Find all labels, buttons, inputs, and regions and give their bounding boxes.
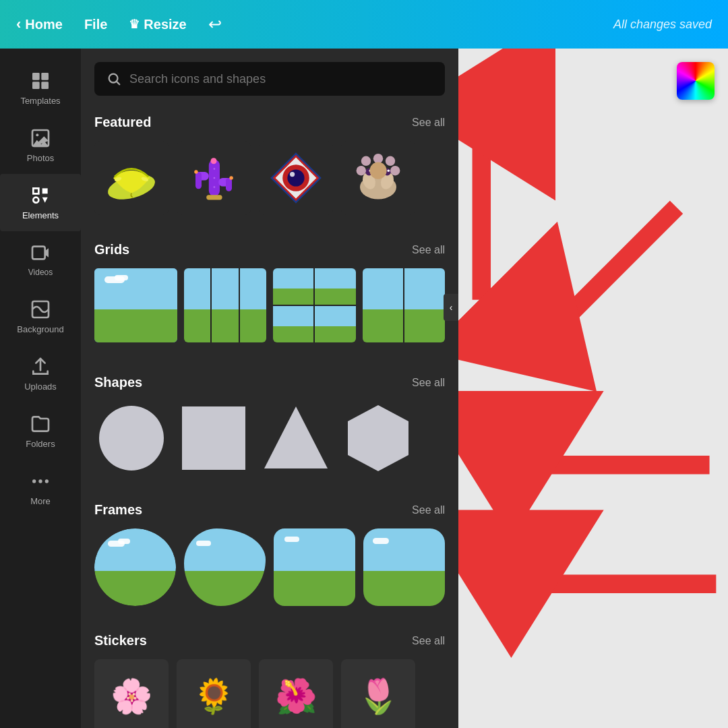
sidebar-item-templates[interactable]: Templates — [0, 59, 81, 117]
autosave-status: All changes saved — [613, 18, 712, 32]
circle-shape-icon — [94, 401, 169, 475]
file-label: File — [84, 17, 107, 32]
sidebar: Templates Photos Elements — [0, 49, 81, 728]
frames-header: Frames See all — [94, 502, 445, 518]
grid-item-2[interactable] — [184, 268, 267, 342]
more-label: More — [30, 496, 51, 506]
grid-item-1[interactable] — [94, 268, 177, 342]
sidebar-item-uploads[interactable]: Uploads — [0, 345, 81, 402]
featured-item-cactus[interactable] — [177, 141, 251, 215]
svg-point-50 — [99, 406, 164, 471]
frames-title: Frames — [94, 502, 142, 518]
sticker-item-2[interactable]: 🌻 — [177, 659, 251, 728]
sidebar-item-background[interactable]: Background — [0, 288, 81, 345]
more-icon — [30, 471, 51, 492]
svg-point-44 — [361, 156, 371, 166]
grids-header: Grids See all — [94, 242, 445, 257]
frames-section: Frames See all — [81, 491, 458, 622]
home-button[interactable]: ‹ Home — [16, 16, 63, 33]
svg-rect-24 — [226, 178, 232, 191]
grid-item-4[interactable] — [363, 268, 446, 342]
svg-rect-25 — [206, 195, 222, 200]
shapes-header: Shapes See all — [94, 375, 445, 390]
grids-see-all[interactable]: See all — [412, 244, 445, 256]
search-icon — [107, 71, 121, 86]
svg-point-5 — [36, 133, 38, 136]
sidebar-item-folders[interactable]: Folders — [0, 402, 81, 460]
shape-square[interactable] — [177, 401, 251, 475]
shape-triangle[interactable] — [259, 401, 333, 475]
topbar: ‹ Home File ♛ Resize ↩ All changes saved — [0, 0, 728, 49]
featured-see-all[interactable]: See all — [412, 117, 445, 129]
svg-point-29 — [214, 168, 216, 170]
back-icon: ‹ — [16, 16, 21, 33]
svg-point-28 — [229, 176, 233, 179]
svg-line-16 — [117, 82, 119, 84]
svg-rect-23 — [195, 172, 202, 189]
grids-row — [94, 268, 445, 342]
sticker-item-4[interactable]: 🌷 — [341, 659, 415, 728]
annotation-arrows — [458, 49, 728, 728]
shapes-see-all[interactable]: See all — [412, 377, 445, 389]
sidebar-item-more[interactable]: More — [0, 460, 81, 517]
canvas-area — [458, 49, 728, 728]
sticker-item-1[interactable]: 🌸 — [94, 659, 169, 728]
grid-item-3[interactable] — [273, 268, 356, 342]
hexagon-shape-icon — [341, 401, 415, 475]
stickers-header: Stickers See all — [94, 633, 445, 648]
sidebar-item-photos[interactable]: Photos — [0, 117, 81, 174]
sticker-item-3[interactable]: 🌺 — [259, 659, 333, 728]
folders-label: Folders — [26, 439, 55, 449]
svg-point-30 — [214, 177, 216, 179]
svg-point-49 — [369, 162, 386, 179]
videos-icon — [30, 242, 51, 264]
file-button[interactable]: File — [84, 17, 107, 32]
templates-label: Templates — [20, 96, 60, 106]
shape-circle[interactable] — [94, 401, 169, 475]
shapes-row — [94, 401, 445, 475]
svg-rect-3 — [41, 82, 49, 89]
sidebar-item-videos[interactable]: Videos — [0, 231, 81, 288]
undo-button[interactable]: ↩ — [208, 15, 222, 34]
color-wheel-icon[interactable] — [677, 62, 715, 100]
featured-item-eye-diamond[interactable] — [259, 141, 333, 215]
folders-icon — [30, 413, 51, 435]
photos-icon — [30, 127, 51, 149]
svg-point-13 — [38, 479, 42, 483]
crown-icon: ♛ — [129, 17, 140, 32]
svg-point-47 — [357, 166, 366, 175]
featured-item-banana[interactable] — [94, 141, 169, 215]
frame-item-rounded2[interactable] — [363, 528, 445, 606]
search-bar — [94, 62, 445, 96]
svg-point-12 — [32, 479, 36, 483]
collapse-panel-button[interactable]: ‹ — [444, 294, 458, 321]
svg-point-31 — [214, 186, 216, 188]
svg-marker-52 — [264, 406, 328, 468]
photos-label: Photos — [27, 153, 54, 163]
elements-icon — [30, 185, 51, 206]
featured-item-flower[interactable] — [341, 141, 415, 215]
svg-rect-9 — [32, 247, 45, 260]
triangle-shape-icon — [259, 401, 333, 475]
search-input[interactable] — [129, 72, 433, 86]
svg-point-35 — [287, 169, 304, 186]
svg-rect-1 — [41, 73, 49, 80]
svg-marker-8 — [42, 198, 48, 203]
featured-title: Featured — [94, 115, 151, 130]
stickers-see-all[interactable]: See all — [412, 635, 445, 647]
frames-see-all[interactable]: See all — [412, 504, 445, 516]
uploads-label: Uploads — [24, 382, 57, 392]
flower-creature-icon — [348, 148, 408, 208]
frame-item-rounded[interactable] — [274, 528, 355, 606]
shape-hexagon[interactable] — [341, 401, 415, 475]
resize-label: Resize — [144, 17, 186, 32]
shapes-title: Shapes — [94, 375, 142, 390]
featured-section: Featured See all — [81, 104, 458, 231]
frame-item-circle[interactable] — [94, 528, 176, 606]
resize-button[interactable]: ♛ Resize — [129, 17, 186, 32]
elements-panel: Featured See all — [81, 49, 458, 728]
sidebar-item-elements[interactable]: Elements — [0, 174, 81, 231]
frame-item-blob[interactable] — [184, 528, 266, 606]
svg-rect-2 — [32, 82, 40, 89]
svg-point-46 — [386, 156, 395, 166]
